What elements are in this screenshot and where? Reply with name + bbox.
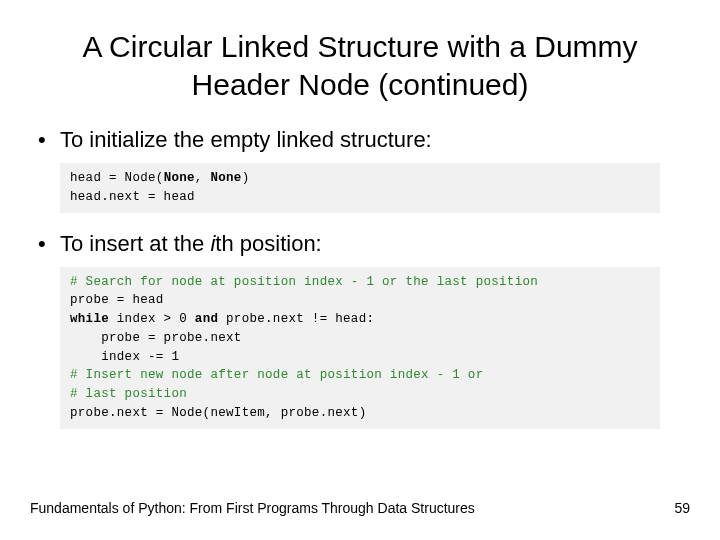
code-text: probe.next = Node(newItem, probe.next) [70,406,366,420]
code-text: probe = probe.next [70,331,242,345]
code-block-insert: # Search for node at position index - 1 … [60,267,660,429]
code-kw-none2: None [210,171,241,185]
slide-title: A Circular Linked Structure with a Dummy… [70,28,650,103]
code-kw-none1: None [164,171,195,185]
code-text: head = Node( [70,171,164,185]
code-kw-while: while [70,312,109,326]
bullet-2-post: position: [234,231,322,256]
bullet-list: To initialize the empty linked structure… [30,127,690,153]
code-text: probe.next != head: [218,312,374,326]
code-text: head.next = head [70,190,195,204]
bullet-1-text: To initialize the empty linked structure… [60,127,432,152]
bullet-2: To insert at the ith position: [30,231,690,257]
bullet-list-2: To insert at the ith position: [30,231,690,257]
slide: A Circular Linked Structure with a Dummy… [0,0,720,540]
code-comment: # Search for node at position index - 1 … [70,275,538,289]
footer-text: Fundamentals of Python: From First Progr… [30,500,475,516]
code-kw-and: and [195,312,218,326]
code-block-init: head = Node(None, None) head.next = head [60,163,660,213]
bullet-2-pre: To insert at the [60,231,210,256]
page-number: 59 [674,500,690,516]
code-text: index -= 1 [70,350,179,364]
code-comment: # last position [70,387,187,401]
code-text: , [195,171,211,185]
code-text: probe = head [70,293,164,307]
bullet-1: To initialize the empty linked structure… [30,127,690,153]
code-comment: # Insert new node after node at position… [70,368,483,382]
code-text: ) [242,171,250,185]
bullet-2-th: th [215,231,233,256]
code-text: index > 0 [109,312,195,326]
